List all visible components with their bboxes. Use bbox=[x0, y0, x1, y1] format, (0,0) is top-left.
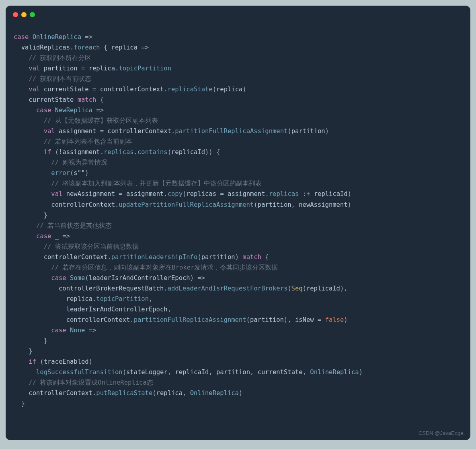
code-line: } bbox=[14, 336, 462, 346]
token-punct: ) bbox=[344, 316, 347, 323]
token-punct: ( bbox=[36, 358, 44, 365]
token-ident: controllerContext bbox=[107, 128, 171, 135]
token-plain bbox=[66, 274, 70, 282]
token-punct: ) bbox=[348, 190, 351, 198]
token-punct: => bbox=[89, 327, 96, 334]
token-ident: isNew bbox=[295, 316, 314, 323]
token-punct: = bbox=[81, 65, 85, 72]
token-plain bbox=[137, 44, 141, 51]
token-punct: ), bbox=[340, 285, 348, 292]
token-punct: => bbox=[141, 44, 149, 51]
token-method: replicas bbox=[104, 148, 134, 156]
code-line: controllerContext.putReplicaState(replic… bbox=[14, 388, 462, 398]
token-ident: validReplicas bbox=[21, 44, 70, 51]
token-punct: ( bbox=[85, 274, 88, 282]
minimize-icon[interactable] bbox=[21, 12, 27, 17]
token-comment: // 若当前状态是其他状态 bbox=[36, 222, 112, 229]
token-ident: currentState bbox=[29, 96, 74, 103]
token-comment: // 获取副本当前状态 bbox=[29, 75, 91, 82]
token-plain bbox=[40, 86, 43, 93]
code-line: // 若副本列表不包含当前副本 bbox=[14, 136, 462, 147]
maximize-icon[interactable] bbox=[30, 12, 35, 17]
token-punct: . bbox=[164, 285, 167, 292]
token-punct: } bbox=[29, 348, 32, 355]
token-ident: controllerContext bbox=[44, 253, 108, 261]
token-punct: => bbox=[62, 233, 70, 240]
token-punct: ) bbox=[190, 274, 198, 282]
code-line: // 若当前状态是其他状态 bbox=[14, 220, 462, 231]
token-method: copy bbox=[168, 190, 183, 198]
close-icon[interactable] bbox=[13, 12, 18, 17]
token-plain bbox=[96, 128, 100, 135]
token-comment: // 尝试获取该分区当前信息数据 bbox=[44, 243, 139, 250]
code-line: case NewReplica => bbox=[14, 105, 462, 115]
token-plain bbox=[321, 316, 325, 323]
token-punct: :+ bbox=[299, 190, 314, 198]
token-ident: partition bbox=[44, 65, 78, 72]
code-line: controllerContext.updatePartitionFullRep… bbox=[14, 200, 462, 210]
token-method: topicPartition bbox=[96, 295, 149, 303]
token-method: partitionFullReplicaAssignment bbox=[134, 316, 246, 323]
token-plain bbox=[74, 96, 77, 103]
token-punct: . bbox=[171, 128, 175, 135]
token-method: error bbox=[51, 169, 70, 177]
code-line: // 尝试获取该分区当前信息数据 bbox=[14, 241, 462, 252]
token-punct: } bbox=[44, 337, 47, 344]
token-punct: { bbox=[261, 253, 269, 261]
token-ident: replicaId bbox=[306, 285, 340, 292]
token-punct: = bbox=[220, 190, 224, 198]
token-type: NewReplica bbox=[55, 107, 92, 114]
code-line: if (!assignment.replicas.contains(replic… bbox=[14, 147, 462, 157]
token-plain bbox=[123, 190, 126, 198]
token-ident: partition bbox=[291, 128, 325, 135]
token-punct: ) bbox=[85, 169, 88, 177]
token-punct: } bbox=[21, 400, 25, 407]
code-line: controllerContext.partitionLeadershipInf… bbox=[14, 252, 462, 262]
token-punct: ( bbox=[70, 169, 74, 177]
token-ident: replica bbox=[111, 44, 137, 51]
token-punct: => bbox=[96, 107, 104, 114]
token-keyword: case bbox=[51, 274, 66, 282]
token-ident: partition bbox=[201, 253, 235, 261]
token-keyword: case bbox=[51, 327, 66, 334]
token-ident: replica bbox=[216, 86, 242, 93]
token-method: contains bbox=[137, 148, 168, 156]
code-line: case None => bbox=[14, 325, 462, 336]
token-punct: . bbox=[130, 316, 133, 323]
token-ident: controllerContext bbox=[100, 86, 164, 93]
token-method: foreach bbox=[74, 44, 100, 51]
token-punct: = bbox=[100, 128, 104, 135]
token-plain bbox=[104, 128, 107, 135]
token-method: topicPartition bbox=[119, 65, 171, 72]
token-method: addLeaderAndIsrRequestForBrokers bbox=[168, 285, 288, 292]
token-ident: assignment bbox=[126, 190, 164, 198]
token-plain bbox=[85, 65, 88, 72]
token-punct: ( bbox=[246, 316, 250, 323]
code-line: currentState match { bbox=[14, 95, 462, 105]
token-keyword: if bbox=[44, 148, 51, 156]
token-punct: ( bbox=[213, 86, 216, 93]
code-block: case OnlineReplica => validReplicas.fore… bbox=[6, 21, 470, 417]
token-ident: assignment bbox=[228, 190, 265, 198]
token-ident: newAssignment bbox=[299, 201, 347, 208]
token-keyword: val bbox=[29, 65, 40, 72]
token-method: replicaState bbox=[168, 86, 213, 93]
token-punct: . bbox=[134, 148, 137, 156]
code-line: // 则视为异常情况 bbox=[14, 157, 462, 168]
token-plain bbox=[89, 86, 92, 93]
token-ident: controllerContext bbox=[66, 316, 130, 323]
code-line: // 获取副本所在分区 bbox=[14, 53, 462, 63]
token-punct: } bbox=[44, 212, 47, 219]
token-ident: currentState bbox=[258, 369, 303, 376]
token-punct: , bbox=[291, 201, 299, 208]
token-type: None bbox=[70, 327, 85, 334]
token-ident: partition bbox=[258, 201, 291, 208]
code-line: // 获取副本当前状态 bbox=[14, 74, 462, 84]
token-keyword: case bbox=[36, 233, 51, 240]
code-line: } bbox=[14, 346, 462, 356]
token-ident: partition bbox=[216, 369, 250, 376]
token-method: updatePartitionFullReplicaAssignment bbox=[119, 201, 254, 208]
code-line: case _ => bbox=[14, 231, 462, 241]
token-punct: ( bbox=[152, 389, 156, 397]
token-plain bbox=[92, 107, 96, 114]
